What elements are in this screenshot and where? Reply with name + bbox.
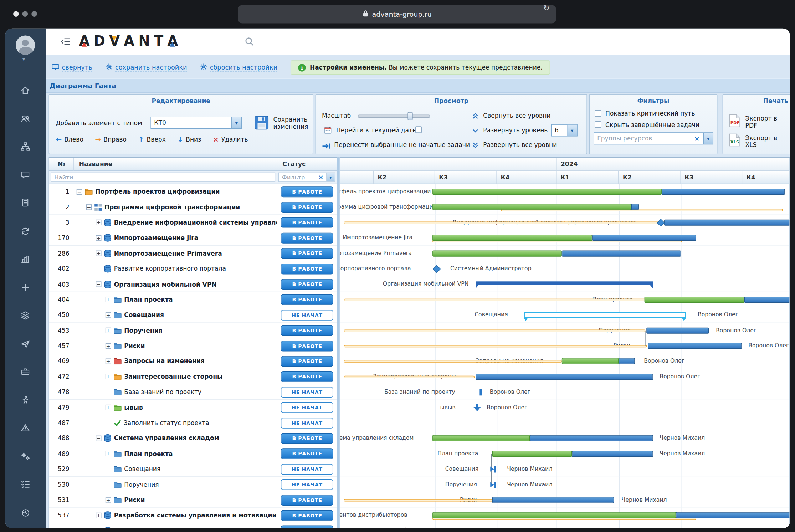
window-dot[interactable] [31,11,37,17]
gantt-bar[interactable] [631,204,639,210]
gantt-bar[interactable] [432,235,592,241]
gantt-bar[interactable] [524,312,686,318]
goto-current-date-link[interactable]: Перейти к текущей дате [336,127,416,134]
search-tasks-input[interactable]: Найти... [51,173,275,182]
expander-toggle[interactable]: − [86,204,92,210]
home-icon[interactable] [20,85,30,95]
save-changes-button[interactable]: Сохранить изменения [273,116,316,131]
task-name[interactable]: Риски [124,342,145,349]
analytics-icon[interactable] [20,254,30,264]
pedestrian-icon[interactable] [20,395,30,405]
critical-path-checkbox[interactable] [595,110,601,117]
task-name[interactable]: Внедрение информационной системы управле… [114,219,278,226]
clear-filter-icon[interactable]: × [316,174,326,181]
gantt-bar[interactable] [646,327,709,333]
task-name[interactable]: Риски [124,496,145,503]
reload-icon[interactable]: ↻ [543,4,550,13]
task-name[interactable]: Импортозамещение Primavera [114,250,222,257]
export-pdf-button[interactable]: Экспорт в PDF [745,115,782,129]
task-name[interactable]: План проекта [124,450,173,457]
table-row[interactable]: 531+РискиВ РАБОТЕ [49,492,337,508]
gantt-bar[interactable] [572,451,653,457]
task-name[interactable]: Запросы на изменения [124,358,205,365]
table-row[interactable]: 453+ПорученияВ РАБОТЕ [49,323,337,338]
gantt-bar[interactable] [530,435,653,441]
table-row[interactable]: 472+Заинтересованные стороныВ РАБОТЕ [49,369,337,384]
expander-toggle[interactable]: + [106,312,111,318]
task-name[interactable]: План проекта [124,296,173,303]
gantt-milestone[interactable] [473,403,480,411]
expander-toggle[interactable]: + [96,235,102,241]
expander-toggle[interactable]: + [106,328,111,333]
table-row[interactable]: 469+Запросы на измененияВ РАБОТЕ [49,354,337,369]
chevron-down-icon[interactable]: ▾ [326,173,334,181]
table-row[interactable]: 537+Разработка системы управления и моти… [49,508,337,523]
resource-groups-combo[interactable]: Группы ресурсов × ▾ [594,132,713,144]
browser-url-bar[interactable]: advanta-group.ru [238,5,556,23]
table-row[interactable]: 529СовещанияНЕ НАЧАТ [49,461,337,477]
table-row[interactable]: 478База знаний по проектуНЕ НАЧАТ [49,384,337,400]
add-icon[interactable] [20,282,30,292]
briefcase-icon[interactable] [20,367,30,377]
org-structure-icon[interactable] [20,142,30,152]
expander-toggle[interactable]: + [106,451,111,457]
slider-thumb[interactable] [407,112,412,120]
expander-toggle[interactable]: − [96,281,102,287]
flights-icon[interactable] [20,338,30,348]
users-icon[interactable] [20,113,30,123]
gantt-milestone[interactable] [479,389,482,395]
alerts-icon[interactable] [20,423,30,433]
gantt-milestone[interactable] [490,482,496,488]
gantt-bar[interactable] [562,358,619,364]
table-row[interactable]: 479+ывывНЕ НАЧАТ [49,400,337,415]
table-row[interactable]: 170+Импортозамещение JiraВ РАБОТЕ [49,230,337,246]
expand-level-link[interactable]: Развернуть уровень [483,127,548,134]
table-row[interactable]: 402Развитие корпоративного порталаВ РАБО… [49,261,337,276]
task-name[interactable]: Программа цифровой трансформации [104,204,240,211]
gantt-bar[interactable] [645,297,744,303]
вверх-button[interactable]: ↑Вверх [138,135,166,144]
clear-icon[interactable]: × [691,135,703,142]
expand-all-link[interactable]: Развернуть все уровни [483,142,557,149]
expander-toggle[interactable]: + [96,513,102,518]
table-row[interactable]: 404+План проектаВ РАБОТЕ [49,292,337,307]
task-name[interactable]: Развитие корпоративного портала [114,265,226,272]
collapse-all-link[interactable]: Свернуть все уровни [483,112,550,119]
table-row[interactable]: 3+Внедрение информационной системы управ… [49,215,337,230]
gantt-bar[interactable] [619,358,635,364]
expander-toggle[interactable]: − [96,436,102,441]
task-name[interactable]: Заинтересованные стороны [124,373,222,380]
gantt-bar[interactable] [432,435,530,441]
task-name[interactable]: Портфель проектов цифровизации [95,188,220,195]
gantt-bar[interactable] [664,220,789,226]
expander-toggle[interactable]: + [106,497,111,503]
table-row[interactable]: 1−Портфель проектов цифровизацииВ РАБОТЕ [49,184,337,199]
sparkles-icon[interactable] [20,451,30,461]
expander-toggle[interactable]: + [106,343,111,349]
save-icon[interactable] [254,115,270,132]
refresh-icon[interactable] [20,226,30,236]
status-filter-input[interactable]: Фильтр × ▾ [278,173,335,182]
task-name[interactable]: Заполнить статус проекта [124,419,209,426]
table-row[interactable]: 530ПорученияНЕ НАЧАТ [49,477,337,492]
table-row[interactable]: 488−Система управления складомВ РАБОТЕ [49,431,337,446]
reset-settings-link[interactable]: сбросить настройки [200,63,277,72]
table-row[interactable]: 487Заполнить статус проектаНЕ НАЧАТ [49,415,337,431]
expand-level-select[interactable]: 6 ▾ [551,124,578,136]
gantt-baseline-bar[interactable] [344,360,562,363]
gantt-bar[interactable] [432,512,676,518]
expander-toggle[interactable]: + [96,220,102,225]
gantt-bar[interactable] [492,451,572,457]
gantt-bar[interactable] [662,189,785,195]
gantt-bar[interactable] [476,282,653,285]
expander-toggle[interactable]: + [106,405,111,410]
table-row[interactable]: 457+РискиВ РАБОТЕ [49,338,337,353]
element-type-select[interactable]: КТ0 ▾ [150,117,242,129]
task-name[interactable]: База знаний по проекту [124,389,201,396]
удалить-button[interactable]: ×Удалить [213,135,248,144]
task-name[interactable]: ывыв [124,404,143,411]
expander-toggle[interactable]: + [106,358,111,364]
вниз-button[interactable]: ↓Вниз [177,135,201,144]
comments-icon[interactable] [20,170,30,180]
collapse-menu-icon[interactable] [61,37,71,47]
